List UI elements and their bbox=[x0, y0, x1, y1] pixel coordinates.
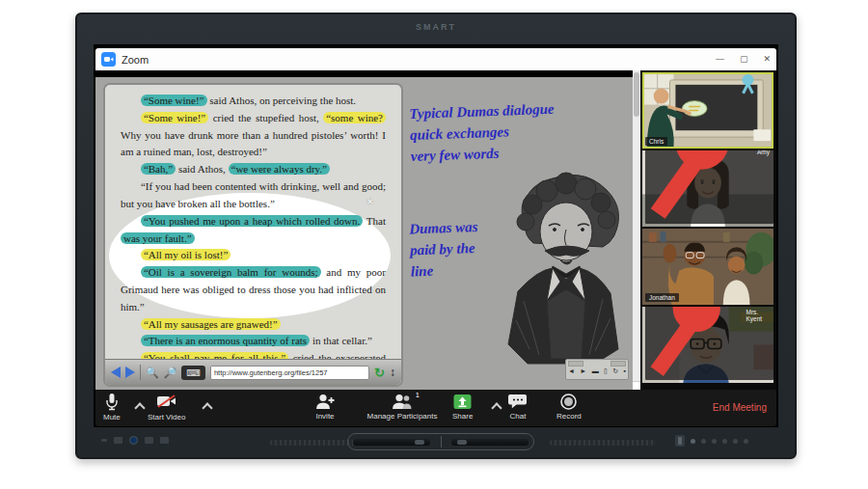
minimize-button[interactable]: — bbox=[716, 55, 724, 64]
invite-button[interactable]: Invite bbox=[315, 394, 335, 421]
input-button bbox=[145, 437, 153, 444]
scrollbar-button[interactable] bbox=[633, 381, 640, 390]
highlight-yellow: “some wine? bbox=[323, 112, 386, 123]
status-led bbox=[722, 439, 727, 444]
page-prev-icon[interactable]: ◄ bbox=[568, 367, 575, 375]
board-side-controls bbox=[101, 436, 169, 445]
video-tile-jonathan[interactable]: Jonathan bbox=[642, 229, 773, 305]
highlight-teal: “we were always dry.” bbox=[229, 163, 330, 175]
pen-tray bbox=[347, 433, 534, 450]
maximize-button[interactable]: ▢ bbox=[740, 55, 748, 64]
stylus-pen bbox=[353, 439, 430, 446]
window-titlebar: Zoom — ▢ ✕ bbox=[95, 48, 776, 70]
share-button[interactable]: Share bbox=[452, 394, 473, 421]
book-paragraph: “Oil is a sovereign balm for wounds; and… bbox=[121, 264, 386, 315]
minimize-tool-icon[interactable]: ▬ bbox=[592, 367, 599, 375]
scrollbar-thumb[interactable] bbox=[634, 72, 639, 117]
participants-icon bbox=[392, 394, 413, 410]
tray-divider bbox=[441, 436, 442, 448]
share-options-chevron-icon[interactable] bbox=[493, 401, 501, 409]
camera-off-icon bbox=[155, 394, 178, 411]
text-segment: That bbox=[363, 215, 386, 227]
video-options-chevron-icon[interactable] bbox=[203, 401, 211, 409]
video-tile-chris[interactable]: Chris bbox=[642, 72, 773, 149]
stylus-pen bbox=[451, 439, 529, 446]
text-segment: cried the stupefied host, bbox=[208, 112, 323, 123]
chat-bubble-icon bbox=[508, 394, 528, 410]
mute-options-chevron-icon[interactable] bbox=[136, 401, 144, 409]
participant-name: Chris bbox=[649, 138, 664, 145]
text-segment: in that cellar.” bbox=[310, 335, 372, 346]
stage: SMART Zoom — ▢ ✕ bbox=[0, 0, 868, 489]
volume-control bbox=[675, 435, 685, 447]
vertical-scrollbar[interactable] bbox=[633, 70, 640, 390]
chat-button[interactable]: Chat bbox=[508, 394, 528, 421]
end-meeting-button[interactable]: End Meeting bbox=[713, 402, 767, 413]
muted-mic-icon bbox=[649, 307, 745, 379]
resize-icon[interactable]: ↕ bbox=[390, 367, 395, 378]
page-icon[interactable]: ▯ bbox=[604, 367, 608, 375]
participant-count-badge: 1 bbox=[416, 391, 420, 399]
menu-button bbox=[160, 437, 169, 444]
highlight-teal: “Bah,” bbox=[141, 163, 176, 175]
zoom-control-bar: Mute Start Video Invite bbox=[95, 390, 776, 426]
smart-board: SMART Zoom — ▢ ✕ bbox=[75, 13, 797, 459]
back-icon[interactable] bbox=[111, 367, 121, 378]
record-icon bbox=[560, 394, 577, 410]
highlight-teal: “Oil is a sovereign balm for wounds; bbox=[141, 266, 321, 278]
book-browser-widget[interactable]: “Some wine!” said Athos, on perceiving t… bbox=[103, 83, 403, 387]
book-paragraph: “There is an enormous quantity of rats i… bbox=[121, 333, 386, 350]
url-field[interactable]: http://www.gutenberg.org/files/1257 bbox=[210, 366, 369, 380]
video-tile-student[interactable]: Mrs. Kyent bbox=[642, 307, 773, 383]
manage-participants-label: Manage Participants bbox=[367, 412, 438, 421]
book-paragraph: “All my oil is lost!” bbox=[121, 247, 386, 264]
share-label: Share bbox=[452, 412, 473, 421]
text-segment: “If you had been contented with drinking… bbox=[121, 180, 386, 209]
book-paragraph: “Bah,” said Athos, “we were always dry.” bbox=[121, 161, 386, 178]
board-screen: Zoom — ▢ ✕ “Some w bbox=[94, 44, 778, 427]
video-tile-amy[interactable]: Amy bbox=[642, 150, 773, 227]
book-paragraph: “If you had been contented with drinking… bbox=[121, 178, 386, 213]
handwritten-note-dialogue: Typical Dumas dialogue quick exchanges v… bbox=[409, 96, 633, 167]
highlight-yellow: “All my sausages are gnawed!” bbox=[141, 318, 281, 330]
smart-logo: SMART bbox=[77, 22, 795, 32]
keyboard-icon[interactable]: ⌨ bbox=[181, 366, 204, 380]
usb-port-icon bbox=[114, 437, 122, 444]
mute-label: Mute bbox=[103, 413, 121, 421]
text-segment: said Athos, bbox=[176, 163, 228, 175]
speaker-grille bbox=[550, 440, 656, 446]
close-button[interactable]: ✕ bbox=[763, 55, 771, 64]
page-next-icon[interactable]: ► bbox=[580, 367, 586, 375]
share-screen-icon bbox=[453, 394, 472, 410]
book-page: “Some wine!” said Athos, on perceiving t… bbox=[105, 85, 401, 359]
participant-name: Jonathan bbox=[649, 294, 675, 301]
forward-icon[interactable] bbox=[125, 367, 135, 378]
highlight-teal: was your fault.” bbox=[121, 232, 195, 244]
status-led bbox=[691, 439, 695, 444]
sync-icon[interactable]: ↻ bbox=[612, 367, 618, 375]
record-label: Record bbox=[556, 412, 582, 421]
mute-button[interactable]: Mute bbox=[103, 394, 121, 421]
highlight-teal: “You pushed me upon a heap which rolled … bbox=[141, 215, 363, 227]
zoom-in-icon[interactable]: 🔍 bbox=[146, 367, 159, 378]
book-paragraph: “All my sausages are gnawed!” bbox=[121, 316, 386, 334]
muted-mic-icon bbox=[649, 150, 755, 223]
refresh-icon[interactable]: ↻ bbox=[374, 367, 385, 379]
zoom-out-icon[interactable]: 🔎 bbox=[164, 367, 177, 378]
more-icon[interactable]: ▪ bbox=[623, 367, 625, 375]
book-paragraph: “Some wine!” cried the stupefied host, “… bbox=[121, 110, 386, 161]
shared-screen: “Some wine!” said Athos, on perceiving t… bbox=[95, 77, 633, 390]
status-led bbox=[712, 439, 717, 444]
start-video-button[interactable]: Start Video bbox=[148, 394, 185, 421]
manage-participants-button[interactable]: 1 Manage Participants bbox=[362, 394, 443, 421]
book-paragraph: “Some wine!” said Athos, on perceiving t… bbox=[121, 93, 386, 110]
annotation-close-icon[interactable]: × bbox=[367, 197, 372, 206]
record-button[interactable]: Record bbox=[556, 394, 582, 421]
participant-name: Amy bbox=[757, 150, 770, 155]
power-button bbox=[129, 436, 138, 445]
invite-icon bbox=[315, 394, 335, 410]
toolbar-divider bbox=[140, 365, 141, 380]
participant-name: Mrs. Kyent bbox=[746, 309, 770, 322]
meeting-content: “Some wine!” said Athos, on perceiving t… bbox=[95, 70, 776, 390]
highlight-teal: “Some wine!” bbox=[141, 95, 207, 106]
